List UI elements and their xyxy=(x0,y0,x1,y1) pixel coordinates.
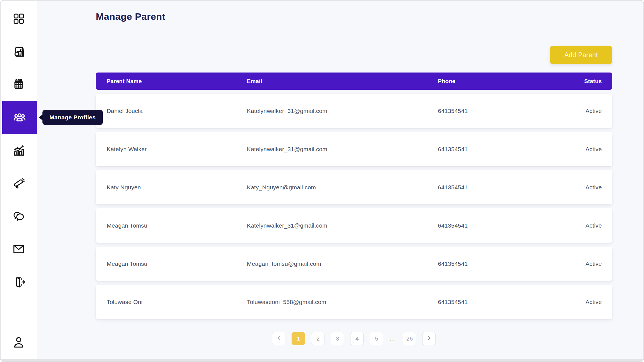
pagination-page-2[interactable]: 2 xyxy=(311,332,325,345)
tooltip-manage-profiles: Manage Profiles xyxy=(42,110,103,125)
cell-phone: 641354541 xyxy=(438,184,584,191)
cell-email: Katy_Nguyen@gmail.com xyxy=(247,184,438,191)
cell-status: Active xyxy=(584,184,602,191)
pagination-page-4[interactable]: 4 xyxy=(350,332,364,345)
pagination-page-5[interactable]: 5 xyxy=(370,332,383,345)
user-icon xyxy=(12,335,26,349)
chevron-right-icon xyxy=(426,335,432,342)
tooltip-label: Manage Profiles xyxy=(49,114,96,121)
pagination-page-1[interactable]: 1 xyxy=(292,332,305,345)
toolbar: Add Parent xyxy=(96,46,612,64)
cell-parent-name: Meagan Tomsu xyxy=(107,260,247,267)
sidebar-item-manage-profiles[interactable] xyxy=(2,101,37,134)
table-row: Katelyn Walker Katelynwalker_31@gmail.co… xyxy=(96,132,612,166)
table-row: Meagan Tomsu Katelynwalker_31@gmail.com … xyxy=(96,208,612,243)
table-row: Daniel Joucla Katelynwalker_31@gmail.com… xyxy=(96,94,612,128)
app-window: Manage Profiles Manage Parent Add Parent… xyxy=(0,0,644,362)
pagination-page-3[interactable]: 3 xyxy=(331,332,344,345)
cell-status: Active xyxy=(584,146,602,153)
cell-status: Active xyxy=(584,108,602,114)
table-row: Meagan Tomsu Meagan_tomsu@gmail.com 6413… xyxy=(96,247,612,281)
title-divider xyxy=(96,30,612,30)
cell-status: Active xyxy=(584,222,602,229)
main-content: Manage Parent Add Parent Parent Name Ema… xyxy=(37,1,644,361)
people-group-icon xyxy=(12,110,27,125)
sidebar-item-announcements[interactable] xyxy=(1,167,37,200)
sidebar-item-calendar[interactable] xyxy=(1,68,37,101)
add-parent-button[interactable]: Add Parent xyxy=(550,46,612,64)
sidebar-spacer xyxy=(1,298,37,326)
cell-email: Katelynwalker_31@gmail.com xyxy=(247,222,438,229)
cell-parent-name: Katelyn Walker xyxy=(107,146,247,153)
megaphone-icon xyxy=(12,177,25,190)
cell-phone: 641354541 xyxy=(438,146,584,153)
sidebar-item-logout[interactable] xyxy=(1,266,37,298)
pagination-page-26[interactable]: 26 xyxy=(403,332,416,345)
column-header-email: Email xyxy=(247,78,438,85)
dashboard-grid-icon xyxy=(12,12,25,25)
cell-status: Active xyxy=(584,299,602,305)
page-title: Manage Parent xyxy=(96,11,612,22)
cell-email: Katelynwalker_31@gmail.com xyxy=(247,108,438,114)
cell-email: Katelynwalker_31@gmail.com xyxy=(247,146,438,153)
cell-email: Toluwaseoni_558@gmail.com xyxy=(247,299,438,305)
column-header-status: Status xyxy=(584,78,602,85)
cell-phone: 641354541 xyxy=(438,260,584,267)
logout-icon xyxy=(12,275,25,289)
sidebar-item-profile[interactable] xyxy=(1,326,37,359)
pagination-ellipsis: ... xyxy=(389,336,397,342)
sidebar-item-messages[interactable] xyxy=(1,200,37,233)
chat-bubbles-icon xyxy=(12,209,25,223)
pagination: 1 2 3 4 5 ... 26 xyxy=(96,332,612,345)
column-header-parent-name: Parent Name xyxy=(107,78,247,85)
table-row: Toluwase Oni Toluwaseoni_558@gmail.com 6… xyxy=(96,285,612,319)
window-bottom-edge xyxy=(1,359,643,361)
cell-phone: 641354541 xyxy=(438,108,584,114)
chevron-left-icon xyxy=(276,335,282,342)
column-header-phone: Phone xyxy=(438,78,584,85)
mail-icon xyxy=(12,242,25,256)
cell-email: Meagan_tomsu@gmail.com xyxy=(247,260,438,267)
cell-parent-name: Meagan Tomsu xyxy=(107,222,247,229)
sidebar-item-meals[interactable] xyxy=(1,35,37,68)
sidebar-item-analytics[interactable] xyxy=(1,134,37,167)
meal-bag-icon xyxy=(12,45,25,58)
analytics-chart-icon xyxy=(12,144,25,157)
pagination-next-button[interactable] xyxy=(422,332,436,345)
sidebar-item-dashboard[interactable] xyxy=(1,2,37,35)
cell-parent-name: Daniel Joucla xyxy=(107,108,247,114)
pagination-prev-button[interactable] xyxy=(272,332,285,345)
cell-parent-name: Toluwase Oni xyxy=(107,299,247,305)
calendar-icon xyxy=(12,78,25,91)
sidebar xyxy=(1,1,37,361)
table-row: Katy Nguyen Katy_Nguyen@gmail.com 641354… xyxy=(96,170,612,204)
cell-phone: 641354541 xyxy=(438,222,584,229)
sidebar-item-mail[interactable] xyxy=(1,233,37,266)
parents-table: Parent Name Email Phone Status Daniel Jo… xyxy=(96,73,612,319)
cell-phone: 641354541 xyxy=(438,299,584,305)
cell-parent-name: Katy Nguyen xyxy=(107,184,247,191)
cell-status: Active xyxy=(584,260,602,267)
table-header: Parent Name Email Phone Status xyxy=(96,73,612,90)
